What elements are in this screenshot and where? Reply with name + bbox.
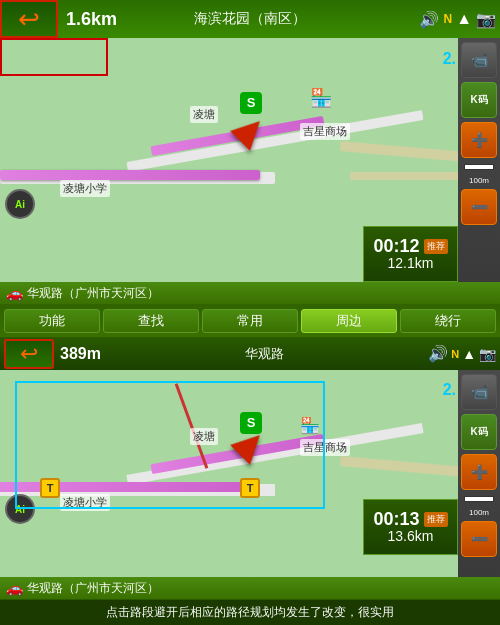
video-btn-top[interactable]: 📹 (461, 42, 497, 78)
top-panel: ↩ 1.6km 海滨花园（南区） 🔊 N ▲ 📷 Ai (0, 0, 500, 282)
turn-instruction-box-bottom: ↩ (4, 339, 54, 369)
top-bar-icons: 🔊 N ▲ 📷 (419, 10, 496, 29)
map-area-bottom[interactable]: Ai T T S 凌塘小学 凌塘 🏪 吉星商场 2. 3. (0, 370, 500, 577)
route-bottom-pink (0, 482, 250, 492)
eta-panel-top: 00:12 推荐 12.1km (363, 226, 458, 282)
address-bar: 🚗 华观路（广州市天河区） (0, 282, 500, 304)
zoom-out-btn-top[interactable]: ➖ (461, 189, 497, 225)
scale-bar-top (464, 164, 494, 170)
school-label-bottom: 凌塘小学 (60, 494, 110, 511)
shop-label-top: 吉星商场 (300, 123, 350, 140)
start-marker-top: S (240, 92, 262, 114)
zoom-in-btn-bottom[interactable]: ➕ (461, 454, 497, 490)
turn-instruction-box: ↩ (0, 0, 58, 38)
school-label-top: 凌塘小学 (60, 180, 110, 197)
top-street-name: 海滨花园（南区） (194, 10, 306, 28)
sound-icon[interactable]: 🔊 (419, 10, 439, 29)
bottom-address-text: 华观路（广州市天河区） (27, 580, 159, 597)
side-panel-top: 📹 K码 ➕ 100m ➖ (458, 38, 500, 282)
bottom-street: 华观路 (107, 345, 422, 363)
eta-panel-bottom: 00:13 推荐 13.6km (363, 499, 458, 555)
eta-tag-bottom: 推荐 (424, 512, 448, 527)
bottom-right-icons: 🔊 N ▲ 📷 (428, 344, 496, 363)
annotation-2-bottom: 2. (443, 381, 456, 399)
u-turn-icon: ↩ (20, 341, 38, 367)
footer-bar: 点击路段避开后相应的路径规划均发生了改变，很实用 (0, 599, 500, 625)
camera-icon[interactable]: 📷 (476, 10, 496, 29)
t-marker-right: T (240, 478, 260, 498)
eta-dist-bottom: 13.6km (388, 528, 434, 544)
scale-bar-bottom (464, 496, 494, 502)
road-diagonal (126, 110, 423, 172)
top-navigation-bar: ↩ 1.6km 海滨花园（南区） 🔊 N ▲ 📷 (0, 0, 500, 38)
shop-icon-top: 🏪 (310, 87, 332, 109)
shop-label-bottom: 吉星商场 (300, 439, 350, 456)
footer-text: 点击路段避开后相应的路径规划均发生了改变，很实用 (106, 604, 394, 621)
zoom-in-btn-top[interactable]: ➕ (461, 122, 497, 158)
zoom-out-btn-bottom[interactable]: ➖ (461, 521, 497, 557)
shop-icon-bottom: 🏪 (300, 416, 320, 435)
scale-text-bottom: 100m (469, 508, 489, 517)
tab-search[interactable]: 查找 (103, 309, 199, 333)
k-btn-top[interactable]: K码 (461, 82, 497, 118)
eta-time-top: 00:12 (373, 237, 419, 255)
sound-icon-bottom[interactable]: 🔊 (428, 344, 448, 363)
scale-text-top: 100m (469, 176, 489, 185)
screen: ↩ 1.6km 海滨花园（南区） 🔊 N ▲ 📷 Ai (0, 0, 500, 625)
avoided-route-line (175, 383, 209, 469)
bottom-address-bar: 🚗 华观路（广州市天河区） (0, 577, 500, 599)
tab-function[interactable]: 功能 (4, 309, 100, 333)
arrow-icon-bottom: ▲ (462, 346, 476, 362)
road-bottom-diag (126, 423, 423, 485)
middle-nav-bar: 🚗 华观路（广州市天河区） 功能 查找 常用 周边 绕行 (0, 282, 500, 337)
map-area-top[interactable]: Ai S 🏪 吉星商场 凌塘小学 凌塘 2. 3. 00:12 推荐 (0, 38, 500, 282)
annotation-2-top: 2. (443, 50, 456, 68)
bottom-panel: Ai T T S 凌塘小学 凌塘 🏪 吉星商场 2. 3. (0, 370, 500, 599)
route-pink (0, 170, 260, 180)
video-btn-bottom[interactable]: 📹 (461, 374, 497, 410)
red-annotation-box-1 (0, 38, 108, 76)
gps-icon[interactable]: ▲ (456, 10, 472, 28)
lingtang-label-top: 凌塘 (190, 106, 218, 123)
lingtang-label-bottom: 凌塘 (190, 428, 218, 445)
tab-detour[interactable]: 绕行 (400, 309, 496, 333)
k-btn-bottom[interactable]: K码 (461, 414, 497, 450)
t-marker-left: T (40, 478, 60, 498)
bottom-info-bar: ↩ 389m 华观路 🔊 N ▲ 📷 1. (0, 337, 500, 370)
address-icon: 🚗 (6, 285, 23, 301)
turn-left-icon: ↩ (18, 4, 40, 35)
compass-north: N (443, 12, 452, 26)
nav-tabs: 功能 查找 常用 周边 绕行 (0, 304, 500, 337)
current-address: 华观路（广州市天河区） (27, 285, 159, 302)
side-panel-bottom: 📹 K码 ➕ 100m ➖ (458, 370, 500, 577)
speed-indicator-top: Ai (5, 189, 35, 219)
speed-indicator-bottom: Ai (5, 494, 35, 524)
address-icon-bottom: 🚗 (6, 580, 23, 596)
eta-time-bottom: 00:13 (373, 510, 419, 528)
compass-bottom: N (451, 348, 459, 360)
camera-icon-bottom[interactable]: 📷 (479, 346, 496, 362)
eta-dist-top: 12.1km (388, 255, 434, 271)
eta-tag-top: 推荐 (424, 239, 448, 254)
tab-common[interactable]: 常用 (202, 309, 298, 333)
bottom-distance: 389m (60, 345, 101, 363)
tab-nearby[interactable]: 周边 (301, 309, 397, 333)
